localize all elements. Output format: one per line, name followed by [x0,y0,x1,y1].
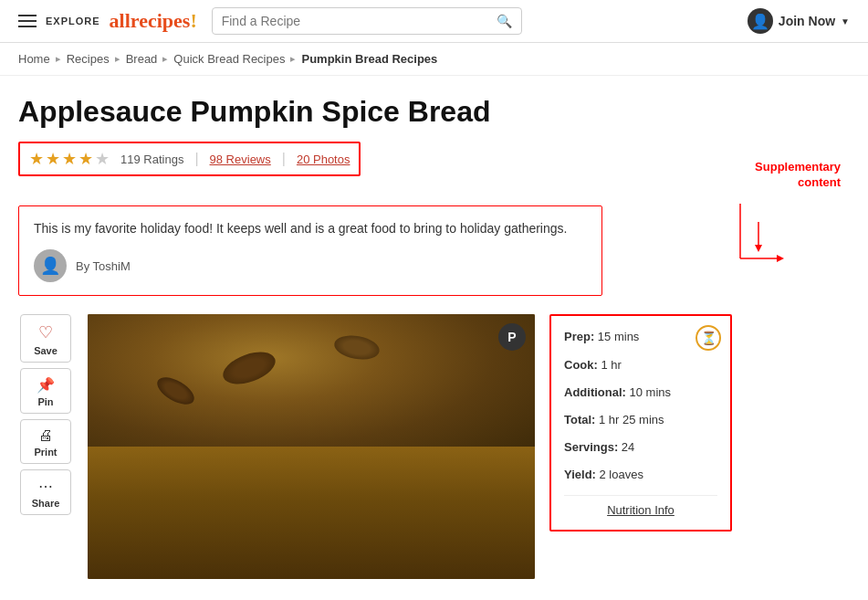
star-2: ★ [46,149,60,169]
share-label: Share [32,498,60,509]
share-icon: ⋯ [38,478,53,495]
yield-label: Yield: [564,468,600,481]
breadcrumb-bread[interactable]: Bread [126,52,158,66]
cook-value: 1 hr [601,358,621,372]
yield-row: Yield: 2 loaves [564,467,717,483]
search-icon: 🔍 [497,14,512,28]
divider-1: | [194,151,198,167]
user-account-icon: 👤 [748,8,773,34]
prep-value: 15 mins [598,330,640,343]
logo-text: allrecipes [110,9,191,32]
star-1: ★ [29,149,44,169]
print-icon: 🖨 [38,427,53,444]
servings-row: Servings: 24 [564,439,717,456]
pin-label: Pin [37,396,53,407]
additional-time-row: Additional: 10 mins [564,384,717,401]
photos-link[interactable]: 20 Photos [297,153,350,166]
breadcrumb-sep-3: ▸ [162,53,168,65]
breadcrumb-quick-bread[interactable]: Quick Bread Recipes [173,52,285,66]
total-time-row: Total: 1 hr 25 mins [564,412,717,428]
star-rating: ★ ★ ★ ★ ★ [29,149,110,169]
prep-time-row: Prep: 15 mins [564,329,717,345]
explore-label: EXPLORE [46,16,100,26]
quote-text: This is my favorite holiday food! It kee… [34,219,587,238]
prep-label: Prep: [564,330,598,343]
logo: allrecipes! [110,9,197,33]
total-label: Total: [564,413,599,426]
save-button[interactable]: ♡ Save [20,314,71,363]
logo-dot: ! [190,9,196,32]
star-5: ★ [95,149,110,169]
action-buttons: ♡ Save 📌 Pin 🖨 Print ⋯ Share [18,314,73,515]
header-left: EXPLORE allrecipes! [18,9,197,33]
content-area: ♡ Save 📌 Pin 🖨 Print ⋯ Share [18,314,850,579]
join-dropdown-arrow: ▼ [841,16,850,26]
join-now-label: Join Now [779,14,835,28]
breadcrumb-sep-4: ▸ [290,53,296,65]
join-now-button[interactable]: 👤 Join Now ▼ [748,8,850,34]
quote-box: This is my favorite holiday food! It kee… [18,205,602,296]
share-button[interactable]: ⋯ Share [20,469,71,515]
search-input[interactable] [222,14,491,28]
food-image-placeholder [88,314,535,579]
additional-value: 10 mins [630,385,672,399]
breadcrumb-sep-2: ▸ [115,53,120,65]
star-4: ★ [78,149,93,169]
divider-2: | [282,151,286,167]
yield-value: 2 loaves [600,468,643,481]
cook-label: Cook: [564,358,601,372]
total-value: 1 hr 25 mins [599,413,664,426]
search-bar[interactable]: 🔍 [212,7,522,35]
pin-button[interactable]: 📌 Pin [20,368,71,414]
reviews-link[interactable]: 98 Reviews [210,153,271,166]
servings-label: Servings: [564,440,622,454]
additional-label: Additional: [564,385,630,399]
recipe-info-box: ⏳ Prep: 15 mins Cook: 1 hr Additional: 1… [549,314,732,531]
print-button[interactable]: 🖨 Print [20,419,71,464]
breadcrumb-sep-1: ▸ [56,53,61,65]
ratings-count: 119 Ratings [120,153,183,166]
bread-bottom [88,447,535,579]
quote-author: 👤 By ToshiM [34,249,587,282]
servings-value: 24 [622,440,634,454]
print-label: Print [34,447,57,458]
recipe-title: Applesauce Pumpkin Spice Bread [18,94,850,129]
nutrition-link[interactable]: Nutrition Info [564,495,717,517]
pin-icon: 📌 [37,376,55,394]
timer-icon: ⏳ [695,325,721,351]
header: EXPLORE allrecipes! 🔍 👤 Join Now ▼ [0,0,868,43]
save-label: Save [34,345,58,356]
ratings-row: ★ ★ ★ ★ ★ 119 Ratings | 98 Reviews | 20 … [18,142,361,176]
breadcrumb-home[interactable]: Home [18,52,50,66]
bread-top [88,314,535,460]
author-name: By ToshiM [76,259,131,273]
breadcrumb-recipes[interactable]: Recipes [67,52,110,66]
cook-time-row: Cook: 1 hr [564,357,717,374]
star-3: ★ [62,149,77,169]
breadcrumb: Home ▸ Recipes ▸ Bread ▸ Quick Bread Rec… [0,43,868,76]
author-avatar: 👤 [34,249,67,282]
bread-visual [88,314,535,579]
hamburger-menu[interactable] [18,15,37,27]
food-image: P [88,314,535,579]
main-content: Applesauce Pumpkin Spice Bread ★ ★ ★ ★ ★… [0,76,868,597]
breadcrumb-current: Pumpkin Bread Recipes [301,52,437,66]
heart-icon: ♡ [38,322,53,342]
